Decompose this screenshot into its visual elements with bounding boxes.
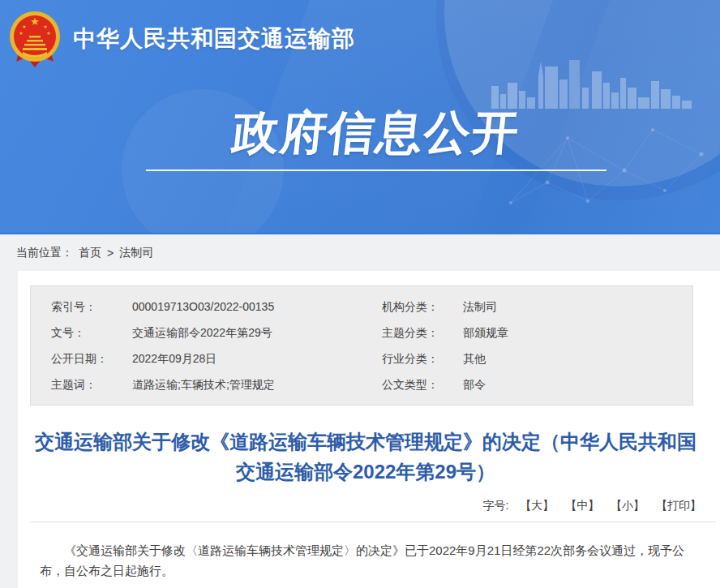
breadcrumb-label: 当前位置： [16,246,73,260]
font-size-medium-button[interactable]: 【中】 [565,499,599,512]
breadcrumb-separator: > [107,247,114,260]
print-button[interactable]: 【打印】 [656,499,701,512]
banner-underline [146,170,606,171]
metadata-right-column: 机构分类： 法制司 主题分类： 部颁规章 行业分类： 其他 公文类型： 部令 [362,294,692,398]
svg-text:★: ★ [46,31,50,36]
site-title[interactable]: 中华人民共和国交通运输部 [73,24,355,54]
meta-row-industry-category: 行业分类： 其他 [362,346,692,372]
title-divider [30,521,716,522]
meta-label: 文号： [51,326,132,341]
meta-value: 交通运输部令2022年第29号 [132,326,272,341]
breadcrumb-home-link[interactable]: 首页 [79,246,101,260]
meta-value: 部令 [463,378,486,393]
banner-title: 政府信息公开 [143,102,610,165]
meta-label: 公开日期： [51,352,132,367]
breadcrumb-current[interactable]: 法制司 [119,246,153,260]
city-skyline-graphic [491,58,694,109]
svg-text:★: ★ [22,24,26,29]
meta-value: 道路运输;车辆技术;管理规定 [132,378,275,393]
font-size-label: 字号: [483,499,509,512]
meta-value: 部颁规章 [463,326,508,341]
meta-label: 行业分类： [382,352,463,367]
meta-value: 法制司 [463,300,497,315]
meta-label: 公文类型： [382,378,463,393]
font-size-small-button[interactable]: 【小】 [611,499,645,512]
font-size-controls: 字号: 【大】 【中】 【小】 【打印】 [30,499,701,513]
meta-value: 其他 [463,352,486,367]
article-body: 《交通运输部关于修改〈道路运输车辆技术管理规定〉的决定》已于2022年9月21日… [30,540,701,581]
svg-text:★: ★ [43,24,47,29]
meta-label: 索引号： [51,300,132,315]
meta-label: 主题词： [51,378,132,393]
meta-row-index-number: 索引号： 000019713O03/2022-00135 [31,294,362,320]
svg-text:★: ★ [19,31,23,36]
meta-row-doc-number: 文号： 交通运输部令2022年第29号 [31,320,362,346]
meta-value: 2022年09月28日 [132,352,216,367]
national-emblem-icon[interactable]: ★ ★ ★ ★ ★ [8,10,62,68]
font-size-large-button[interactable]: 【大】 [520,499,554,512]
page-header: ★ ★ ★ ★ ★ 中华人民共和国交通运输部 政府信息公开 [0,0,720,234]
site-bar: ★ ★ ★ ★ ★ 中华人民共和国交通运输部 [8,10,355,68]
meta-value: 000019713O03/2022-00135 [132,300,274,315]
meta-label: 主题分类： [382,326,463,341]
content-card: 索引号： 000019713O03/2022-00135 文号： 交通运输部令2… [18,271,720,588]
meta-row-org-category: 机构分类： 法制司 [362,294,692,320]
svg-text:★: ★ [30,15,40,28]
meta-row-keywords: 主题词： 道路运输;车辆技术;管理规定 [31,372,362,398]
metadata-table: 索引号： 000019713O03/2022-00135 文号： 交通运输部令2… [30,285,693,406]
article-title: 交通运输部关于修改《道路运输车辆技术管理规定》的决定（中华人民共和国交通运输部令… [30,427,701,487]
breadcrumb: 当前位置： 首页 > 法制司 [0,234,720,271]
meta-row-topic-category: 主题分类： 部颁规章 [362,320,692,346]
meta-label: 机构分类： [382,300,463,315]
meta-row-doc-type: 公文类型： 部令 [362,372,692,398]
meta-row-publish-date: 公开日期： 2022年09月28日 [31,346,362,372]
metadata-left-column: 索引号： 000019713O03/2022-00135 文号： 交通运输部令2… [31,294,362,398]
